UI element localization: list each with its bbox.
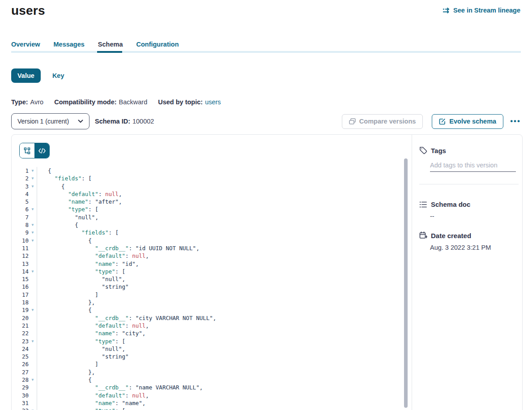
code-text: }, <box>37 368 95 376</box>
code-line: 5 "name": "after", <box>12 198 405 205</box>
code-line: 19▼ { <box>12 306 405 314</box>
line-number: 16 <box>12 283 29 290</box>
code-text: ] <box>37 360 98 368</box>
code-text: "name": "id", <box>37 260 139 268</box>
stream-lineage-link[interactable]: See in Stream lineage <box>443 7 520 14</box>
evolve-schema-button[interactable]: Evolve schema <box>432 114 503 129</box>
doc-list-icon <box>419 201 427 208</box>
line-number: 12 <box>12 252 29 260</box>
more-actions-button[interactable]: ••• <box>510 117 521 126</box>
code-line: 20 "__crdb__": "city VARCHAR NOT NULL", <box>12 314 405 322</box>
line-number: 7 <box>12 214 29 221</box>
schema-metadata: Type:Avro Compatibility mode:Backward Us… <box>11 98 221 106</box>
fold-toggle-icon[interactable]: ▼ <box>29 167 37 175</box>
tab-schema[interactable]: Schema <box>98 41 123 48</box>
fold-gutter <box>29 360 37 368</box>
fold-gutter <box>29 260 37 268</box>
line-number: 26 <box>12 360 29 368</box>
fold-toggle-icon[interactable]: ▼ <box>29 221 37 229</box>
fold-toggle-icon[interactable]: ▼ <box>29 175 37 182</box>
editor-scrollbar[interactable] <box>404 158 408 408</box>
version-dropdown[interactable]: Version 1 (current) <box>11 113 89 129</box>
line-number: 13 <box>12 260 29 268</box>
value-toggle-button[interactable]: Value <box>11 68 41 83</box>
schema-code-pane: 1▼{2▼ "fields": [3▼ {4 "default": null,5… <box>12 135 412 410</box>
tab-overview[interactable]: Overview <box>11 41 40 48</box>
tab-messages[interactable]: Messages <box>54 41 85 48</box>
code-text: "name": "after", <box>37 198 122 205</box>
code-view-button[interactable] <box>34 143 49 158</box>
line-number: 30 <box>12 392 29 399</box>
code-line: 15 "null", <box>12 275 405 283</box>
code-text: "name": "name", <box>37 399 145 407</box>
fold-gutter <box>29 322 37 329</box>
code-text: "type": [ <box>37 407 125 410</box>
code-line: 26 ] <box>12 360 405 368</box>
line-number: 20 <box>12 314 29 322</box>
code-line: 6▼ "type": [ <box>12 205 405 213</box>
code-text: "default": null, <box>37 322 149 329</box>
fold-gutter <box>29 314 37 322</box>
line-number: 11 <box>12 244 29 252</box>
code-line: 27 }, <box>12 368 405 376</box>
code-text: { <box>37 221 78 229</box>
code-line: 7 "null", <box>12 214 405 221</box>
code-line: 12 "default": null, <box>12 252 405 260</box>
code-line: 17 ] <box>12 291 405 299</box>
topic-link[interactable]: users <box>205 98 221 106</box>
code-text: { <box>37 376 92 384</box>
tree-view-button[interactable] <box>20 143 34 158</box>
fold-gutter <box>29 252 37 260</box>
code-text: "null", <box>37 275 125 283</box>
fold-gutter <box>29 190 37 198</box>
code-view-icon <box>38 148 46 154</box>
fold-gutter <box>29 384 37 391</box>
line-number: 8 <box>12 221 29 229</box>
code-line: 23▼ "type": [ <box>12 337 405 345</box>
line-number: 27 <box>12 368 29 376</box>
fold-toggle-icon[interactable]: ▼ <box>29 237 37 244</box>
tab-bar: Overview Messages Schema Configuration <box>11 41 179 48</box>
schema-sidebar: Tags Schema doc -- Date created <box>412 135 522 410</box>
schema-doc-section-header: Schema doc <box>419 201 522 208</box>
fold-toggle-icon[interactable]: ▼ <box>29 337 37 345</box>
schema-part-toggle: Value Key <box>11 68 64 83</box>
line-number: 17 <box>12 291 29 299</box>
date-created-section-header: Date created <box>419 231 522 239</box>
chevron-down-icon <box>78 120 83 123</box>
tag-icon <box>419 146 427 154</box>
fold-toggle-icon[interactable]: ▼ <box>29 183 37 190</box>
code-line: 30 "default": null, <box>12 392 405 399</box>
code-text: "type": [ <box>37 205 98 213</box>
code-line: 31 "name": "name", <box>12 399 405 407</box>
fold-toggle-icon[interactable]: ▼ <box>29 376 37 384</box>
code-text: "null", <box>37 214 98 221</box>
schema-json-editor[interactable]: 1▼{2▼ "fields": [3▼ {4 "default": null,5… <box>12 167 405 410</box>
add-tags-input[interactable] <box>430 162 516 172</box>
compare-versions-button[interactable]: Compare versions <box>342 114 423 129</box>
code-line: 16 "string" <box>12 283 405 290</box>
versions-icon <box>349 118 356 125</box>
code-text: "__crdb__": "name VARCHAR NULL", <box>37 384 203 391</box>
line-number: 24 <box>12 345 29 353</box>
code-text: ] <box>37 291 98 299</box>
code-text: "fields": [ <box>37 175 92 182</box>
fold-toggle-icon[interactable]: ▼ <box>29 229 37 236</box>
tab-configuration[interactable]: Configuration <box>136 41 179 48</box>
code-text: { <box>37 183 65 190</box>
line-number: 5 <box>12 198 29 205</box>
code-text: "name": "city", <box>37 329 145 337</box>
fold-gutter <box>29 244 37 252</box>
fold-toggle-icon[interactable]: ▼ <box>29 407 37 410</box>
code-text: "__crdb__": "id UUID NOT NULL", <box>37 244 200 252</box>
fold-toggle-icon[interactable]: ▼ <box>29 268 37 275</box>
key-toggle-button[interactable]: Key <box>52 72 64 79</box>
code-line: 3▼ { <box>12 183 405 190</box>
fold-toggle-icon[interactable]: ▼ <box>29 205 37 213</box>
code-text: }, <box>37 299 95 306</box>
fold-toggle-icon[interactable]: ▼ <box>29 306 37 314</box>
code-text: "string" <box>37 353 129 360</box>
code-line: 24 "null", <box>12 345 405 353</box>
code-line: 2▼ "fields": [ <box>12 175 405 182</box>
line-number: 31 <box>12 399 29 407</box>
